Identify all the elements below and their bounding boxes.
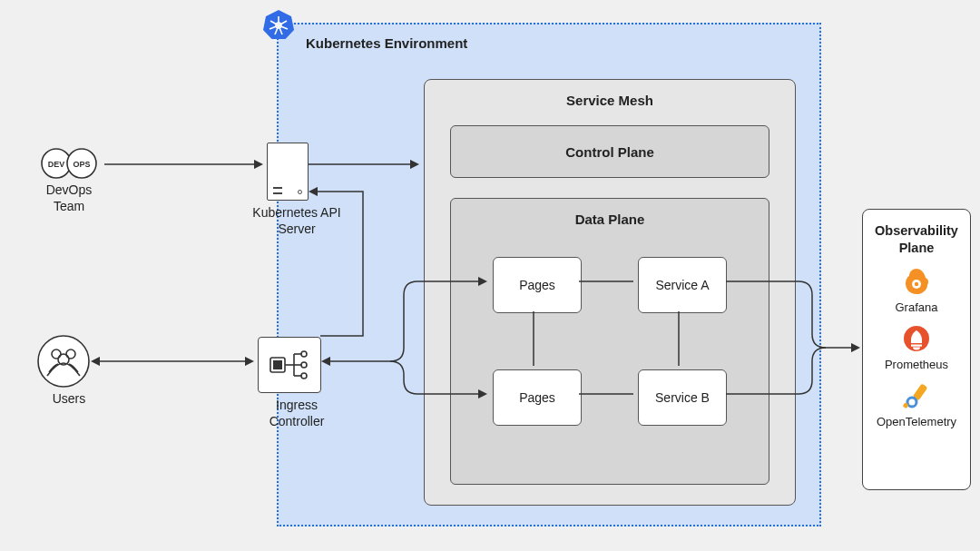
svg-point-16 xyxy=(301,351,307,357)
ingress-controller-icon xyxy=(258,337,321,393)
service-pages-1: Pages xyxy=(493,257,582,313)
observability-plane-title: Observability Plane xyxy=(870,222,963,257)
svg-rect-10 xyxy=(273,360,282,369)
svg-text:DEV: DEV xyxy=(48,160,65,169)
svg-point-32 xyxy=(907,398,916,407)
svg-point-17 xyxy=(301,362,307,368)
grafana-label: Grafana xyxy=(870,300,963,314)
data-plane-title: Data Plane xyxy=(451,212,769,227)
kubernetes-environment: Kubernetes Environment Kubernetes API Se… xyxy=(277,23,821,526)
service-a: Service A xyxy=(638,257,727,313)
observability-opentelemetry: OpenTelemetry xyxy=(870,380,963,428)
control-plane-box: Control Plane xyxy=(450,125,769,178)
kubernetes-logo-icon xyxy=(262,8,295,41)
users-icon xyxy=(36,334,91,392)
service-b: Service B xyxy=(638,369,727,426)
svg-point-18 xyxy=(301,373,307,379)
api-server-label: Kubernetes API Server xyxy=(251,204,342,237)
service-pages-2: Pages xyxy=(493,369,582,426)
svg-rect-30 xyxy=(911,344,922,346)
devops-team-icon: DEV OPS xyxy=(36,147,102,183)
service-mesh-container: Service Mesh Control Plane Data Plane Pa… xyxy=(424,79,796,506)
prometheus-label: Prometheus xyxy=(870,358,963,371)
opentelemetry-icon xyxy=(901,380,932,411)
observability-plane: Observability Plane Grafana Prometheus O… xyxy=(862,209,971,490)
devops-team-label: DevOps Team xyxy=(36,182,102,214)
prometheus-icon xyxy=(901,323,932,354)
svg-point-23 xyxy=(38,336,89,387)
grafana-icon xyxy=(901,266,932,297)
svg-point-28 xyxy=(915,281,918,285)
users-label: Users xyxy=(36,390,102,407)
kubernetes-environment-title: Kubernetes Environment xyxy=(306,35,467,51)
observability-grafana: Grafana xyxy=(870,266,963,314)
service-mesh-title: Service Mesh xyxy=(425,93,795,108)
observability-prometheus: Prometheus xyxy=(870,323,963,371)
api-server-icon xyxy=(267,143,309,201)
ingress-controller-label: Ingress Controller xyxy=(251,397,342,429)
svg-text:OPS: OPS xyxy=(73,160,90,169)
opentelemetry-label: OpenTelemetry xyxy=(870,415,963,428)
data-plane-container: Data Plane Pages Service A Pages Service… xyxy=(450,198,769,485)
